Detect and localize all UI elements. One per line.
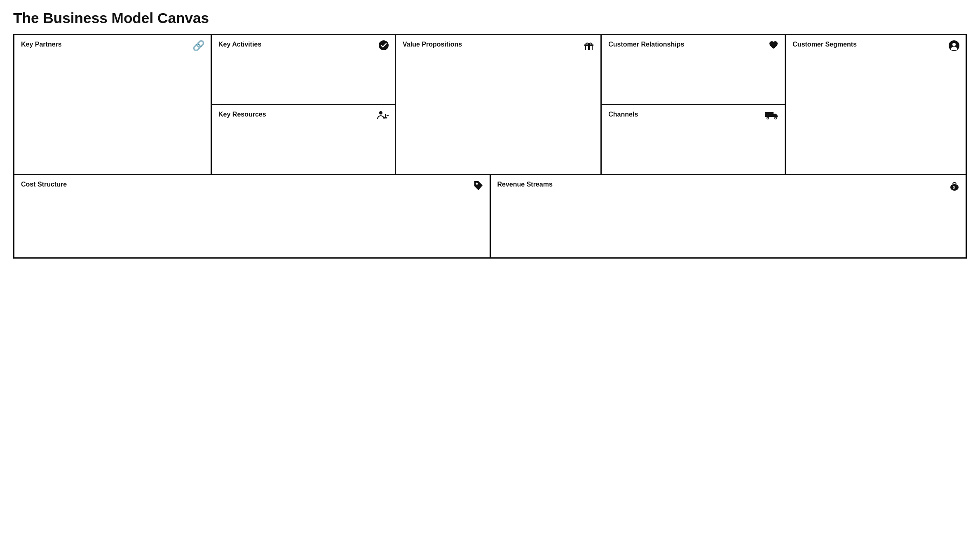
channels-label: Channels bbox=[608, 111, 638, 118]
svg-point-19 bbox=[476, 183, 478, 185]
key-activities-cell[interactable]: Key Activities bbox=[212, 35, 395, 105]
key-partners-label: Key Partners bbox=[21, 41, 62, 48]
revenue-streams-label: Revenue Streams bbox=[497, 181, 553, 188]
page-title: The Business Model Canvas bbox=[13, 10, 967, 26]
svg-point-1 bbox=[379, 111, 382, 114]
revenue-streams-cell[interactable]: Revenue Streams $ bbox=[491, 175, 966, 257]
svg-rect-12 bbox=[765, 112, 774, 117]
key-resources-cell[interactable]: Key Resources bbox=[212, 105, 395, 174]
svg-point-14 bbox=[767, 118, 769, 119]
customer-segments-cell[interactable]: Customer Segments bbox=[786, 35, 966, 174]
activities-resources-column: Key Activities Key Resources bbox=[212, 35, 396, 174]
svg-rect-11 bbox=[584, 44, 593, 46]
business-model-canvas: Key Partners 🔗 Key Activities Key Resour… bbox=[13, 34, 967, 259]
value-propositions-label: Value Propositions bbox=[403, 41, 462, 48]
cost-structure-cell[interactable]: Cost Structure bbox=[14, 175, 491, 257]
cost-structure-icon bbox=[473, 180, 484, 194]
key-activities-icon bbox=[378, 40, 389, 53]
value-propositions-cell[interactable]: Value Propositions bbox=[396, 35, 602, 174]
customer-relationships-cell[interactable]: Customer Relationships bbox=[602, 35, 785, 105]
customer-segments-icon bbox=[948, 40, 960, 54]
cr-channels-column: Customer Relationships Channels bbox=[602, 35, 786, 174]
customer-relationships-icon bbox=[768, 40, 779, 52]
svg-rect-3 bbox=[384, 117, 387, 119]
key-partners-cell[interactable]: Key Partners 🔗 bbox=[14, 35, 212, 174]
svg-point-0 bbox=[379, 40, 389, 50]
customer-relationships-label: Customer Relationships bbox=[608, 41, 684, 48]
svg-point-16 bbox=[775, 118, 776, 119]
svg-rect-4 bbox=[387, 115, 389, 116]
key-activities-label: Key Activities bbox=[218, 41, 261, 48]
revenue-streams-icon: $ bbox=[949, 180, 960, 194]
key-partners-icon: 🔗 bbox=[192, 40, 205, 51]
svg-text:$: $ bbox=[953, 185, 955, 189]
customer-segments-label: Customer Segments bbox=[792, 41, 857, 48]
key-resources-icon bbox=[377, 110, 389, 123]
cost-structure-label: Cost Structure bbox=[21, 181, 67, 188]
svg-point-18 bbox=[952, 43, 956, 46]
channels-icon bbox=[765, 110, 779, 122]
value-propositions-icon bbox=[583, 40, 595, 54]
channels-cell[interactable]: Channels bbox=[602, 105, 785, 174]
key-resources-label: Key Resources bbox=[218, 111, 266, 118]
